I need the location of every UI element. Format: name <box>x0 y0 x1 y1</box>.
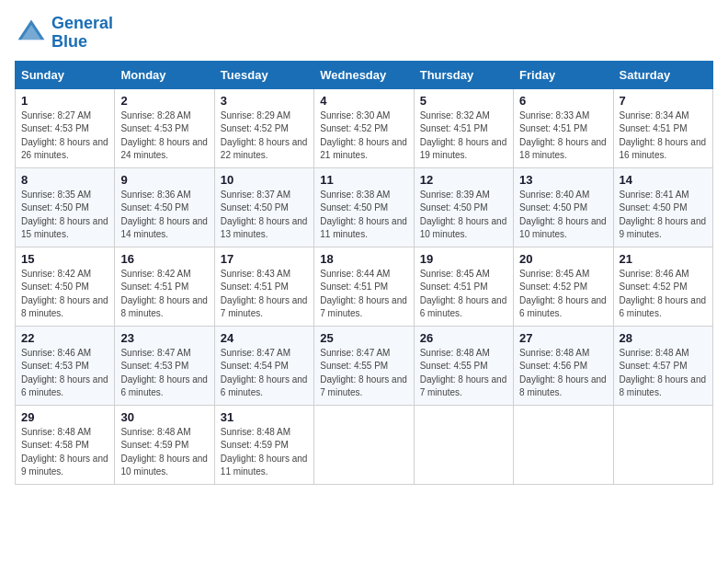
day-info: Sunrise: 8:45 AMSunset: 4:52 PMDaylight:… <box>519 269 607 319</box>
day-info: Sunrise: 8:45 AMSunset: 4:51 PMDaylight:… <box>420 269 507 319</box>
weekday-header-sunday: Sunday <box>16 61 115 88</box>
calendar-week-5: 29 Sunrise: 8:48 AMSunset: 4:58 PMDaylig… <box>16 405 713 484</box>
calendar-cell: 23 Sunrise: 8:47 AMSunset: 4:53 PMDaylig… <box>115 326 214 405</box>
day-number: 26 <box>420 331 507 345</box>
calendar-week-1: 1 Sunrise: 8:27 AMSunset: 4:53 PMDayligh… <box>16 88 713 167</box>
day-info: Sunrise: 8:36 AMSunset: 4:50 PMDaylight:… <box>120 190 208 240</box>
calendar-cell: 6 Sunrise: 8:33 AMSunset: 4:51 PMDayligh… <box>514 88 613 167</box>
day-number: 7 <box>620 94 707 108</box>
calendar-cell: 1 Sunrise: 8:27 AMSunset: 4:53 PMDayligh… <box>16 88 115 167</box>
day-info: Sunrise: 8:48 AMSunset: 4:56 PMDaylight:… <box>519 348 607 398</box>
weekday-header-friday: Friday <box>514 61 613 88</box>
day-number: 27 <box>519 331 607 345</box>
calendar-cell: 13 Sunrise: 8:40 AMSunset: 4:50 PMDaylig… <box>514 167 613 247</box>
day-number: 9 <box>120 173 208 187</box>
day-number: 20 <box>519 252 607 266</box>
day-info: Sunrise: 8:29 AMSunset: 4:52 PMDaylight:… <box>221 110 308 161</box>
day-number: 22 <box>21 331 108 345</box>
day-number: 12 <box>420 173 507 187</box>
calendar-cell: 19 Sunrise: 8:45 AMSunset: 4:51 PMDaylig… <box>414 247 513 326</box>
calendar-cell <box>613 405 712 484</box>
day-info: Sunrise: 8:48 AMSunset: 4:55 PMDaylight:… <box>420 348 507 398</box>
day-number: 13 <box>519 173 607 187</box>
day-info: Sunrise: 8:48 AMSunset: 4:59 PMDaylight:… <box>221 427 308 477</box>
calendar-cell: 15 Sunrise: 8:42 AMSunset: 4:50 PMDaylig… <box>16 247 115 326</box>
day-info: Sunrise: 8:41 AMSunset: 4:50 PMDaylight:… <box>620 190 707 240</box>
day-info: Sunrise: 8:47 AMSunset: 4:54 PMDaylight:… <box>221 348 308 398</box>
calendar-cell: 18 Sunrise: 8:44 AMSunset: 4:51 PMDaylig… <box>314 247 414 326</box>
calendar-cell: 31 Sunrise: 8:48 AMSunset: 4:59 PMDaylig… <box>214 405 313 484</box>
calendar-cell: 28 Sunrise: 8:48 AMSunset: 4:57 PMDaylig… <box>613 326 712 405</box>
day-info: Sunrise: 8:40 AMSunset: 4:50 PMDaylight:… <box>519 190 607 240</box>
calendar-cell <box>414 405 513 484</box>
calendar-cell: 3 Sunrise: 8:29 AMSunset: 4:52 PMDayligh… <box>214 88 313 167</box>
day-number: 3 <box>221 94 308 108</box>
calendar-week-3: 15 Sunrise: 8:42 AMSunset: 4:50 PMDaylig… <box>16 247 713 326</box>
page-header: General Blue <box>15 15 713 52</box>
day-number: 18 <box>320 252 407 266</box>
day-info: Sunrise: 8:35 AMSunset: 4:50 PMDaylight:… <box>21 190 108 240</box>
day-info: Sunrise: 8:34 AMSunset: 4:51 PMDaylight:… <box>620 110 707 161</box>
calendar-cell: 2 Sunrise: 8:28 AMSunset: 4:53 PMDayligh… <box>115 88 214 167</box>
day-info: Sunrise: 8:43 AMSunset: 4:51 PMDaylight:… <box>221 269 308 319</box>
day-info: Sunrise: 8:48 AMSunset: 4:58 PMDaylight:… <box>21 427 108 477</box>
calendar-cell: 4 Sunrise: 8:30 AMSunset: 4:52 PMDayligh… <box>314 88 414 167</box>
logo-icon <box>15 17 48 50</box>
day-info: Sunrise: 8:47 AMSunset: 4:55 PMDaylight:… <box>320 348 407 398</box>
calendar-cell: 11 Sunrise: 8:38 AMSunset: 4:50 PMDaylig… <box>314 167 414 247</box>
calendar-cell: 7 Sunrise: 8:34 AMSunset: 4:51 PMDayligh… <box>613 88 712 167</box>
calendar-cell: 17 Sunrise: 8:43 AMSunset: 4:51 PMDaylig… <box>214 247 313 326</box>
weekday-header-thursday: Thursday <box>414 61 513 88</box>
weekday-header-tuesday: Tuesday <box>214 61 313 88</box>
day-info: Sunrise: 8:42 AMSunset: 4:51 PMDaylight:… <box>120 269 208 319</box>
day-number: 31 <box>221 410 308 424</box>
day-number: 29 <box>21 410 108 424</box>
calendar-cell: 22 Sunrise: 8:46 AMSunset: 4:53 PMDaylig… <box>16 326 115 405</box>
calendar-cell: 21 Sunrise: 8:46 AMSunset: 4:52 PMDaylig… <box>613 247 712 326</box>
day-info: Sunrise: 8:46 AMSunset: 4:53 PMDaylight:… <box>21 348 108 398</box>
calendar-cell: 10 Sunrise: 8:37 AMSunset: 4:50 PMDaylig… <box>214 167 313 247</box>
day-info: Sunrise: 8:48 AMSunset: 4:59 PMDaylight:… <box>120 427 208 477</box>
day-info: Sunrise: 8:39 AMSunset: 4:50 PMDaylight:… <box>420 190 507 240</box>
calendar-cell: 5 Sunrise: 8:32 AMSunset: 4:51 PMDayligh… <box>414 88 513 167</box>
calendar-week-4: 22 Sunrise: 8:46 AMSunset: 4:53 PMDaylig… <box>16 326 713 405</box>
logo-text: General Blue <box>51 15 113 52</box>
weekday-header-wednesday: Wednesday <box>314 61 414 88</box>
weekday-header-saturday: Saturday <box>613 61 712 88</box>
day-number: 8 <box>21 173 108 187</box>
calendar-cell: 8 Sunrise: 8:35 AMSunset: 4:50 PMDayligh… <box>16 167 115 247</box>
calendar-cell: 16 Sunrise: 8:42 AMSunset: 4:51 PMDaylig… <box>115 247 214 326</box>
day-number: 6 <box>519 94 607 108</box>
day-number: 2 <box>120 94 208 108</box>
day-info: Sunrise: 8:30 AMSunset: 4:52 PMDaylight:… <box>320 110 407 161</box>
calendar-week-2: 8 Sunrise: 8:35 AMSunset: 4:50 PMDayligh… <box>16 167 713 247</box>
day-info: Sunrise: 8:38 AMSunset: 4:50 PMDaylight:… <box>320 190 407 240</box>
day-info: Sunrise: 8:32 AMSunset: 4:51 PMDaylight:… <box>420 110 507 161</box>
day-number: 11 <box>320 173 407 187</box>
day-number: 25 <box>320 331 407 345</box>
logo: General Blue <box>15 15 113 52</box>
day-number: 4 <box>320 94 407 108</box>
calendar-cell: 14 Sunrise: 8:41 AMSunset: 4:50 PMDaylig… <box>613 167 712 247</box>
calendar-cell <box>314 405 414 484</box>
day-info: Sunrise: 8:48 AMSunset: 4:57 PMDaylight:… <box>620 348 707 398</box>
day-number: 23 <box>120 331 208 345</box>
calendar-cell: 27 Sunrise: 8:48 AMSunset: 4:56 PMDaylig… <box>514 326 613 405</box>
day-number: 10 <box>221 173 308 187</box>
day-number: 28 <box>620 331 707 345</box>
calendar-cell: 20 Sunrise: 8:45 AMSunset: 4:52 PMDaylig… <box>514 247 613 326</box>
day-number: 19 <box>420 252 507 266</box>
day-number: 15 <box>21 252 108 266</box>
day-info: Sunrise: 8:27 AMSunset: 4:53 PMDaylight:… <box>21 110 108 161</box>
day-number: 1 <box>21 94 108 108</box>
calendar-cell <box>514 405 613 484</box>
calendar-table: SundayMondayTuesdayWednesdayThursdayFrid… <box>15 61 713 485</box>
day-info: Sunrise: 8:42 AMSunset: 4:50 PMDaylight:… <box>21 269 108 319</box>
calendar-cell: 25 Sunrise: 8:47 AMSunset: 4:55 PMDaylig… <box>314 326 414 405</box>
day-number: 30 <box>120 410 208 424</box>
day-number: 17 <box>221 252 308 266</box>
calendar-cell: 29 Sunrise: 8:48 AMSunset: 4:58 PMDaylig… <box>16 405 115 484</box>
day-number: 16 <box>120 252 208 266</box>
calendar-cell: 26 Sunrise: 8:48 AMSunset: 4:55 PMDaylig… <box>414 326 513 405</box>
day-number: 21 <box>620 252 707 266</box>
